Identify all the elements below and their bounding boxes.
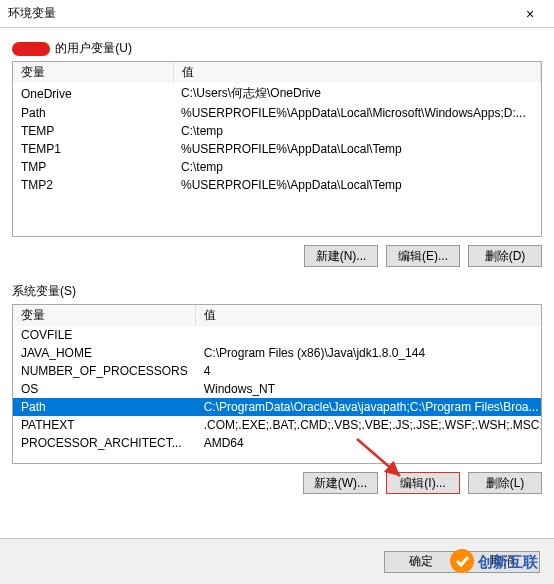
- table-row[interactable]: TEMP1%USERPROFILE%\AppData\Local\Temp: [13, 140, 541, 158]
- var-name: NUMBER_OF_PROCESSORS: [13, 362, 196, 380]
- table-row[interactable]: PROCESSOR_ARCHITECT...AMD64: [13, 434, 542, 452]
- var-value: C:\Program Files (x86)\Java\jdk1.8.0_144: [196, 344, 542, 362]
- var-value: .COM;.EXE;.BAT;.CMD;.VBS;.VBE;.JS;.JSE;.…: [196, 416, 542, 434]
- var-value: C:\temp: [173, 122, 541, 140]
- system-vars-group: 系统变量(S) 变量 值 COVFILEJAVA_HOMEC:\Program …: [12, 281, 542, 494]
- table-row[interactable]: PATHEXT.COM;.EXE;.BAT;.CMD;.VBS;.VBE;.JS…: [13, 416, 542, 434]
- var-value: C:\ProgramData\Oracle\Java\javapath;C:\P…: [196, 398, 542, 416]
- table-row[interactable]: COVFILE: [13, 326, 542, 344]
- table-row[interactable]: JAVA_HOMEC:\Program Files (x86)\Java\jdk…: [13, 344, 542, 362]
- dialog-footer: 确定 取消: [0, 538, 554, 584]
- table-row[interactable]: OneDriveC:\Users\何志煌\OneDrive: [13, 83, 541, 104]
- system-new-button[interactable]: 新建(W)...: [303, 472, 378, 494]
- titlebar: 环境变量 ×: [0, 0, 554, 28]
- user-vars-label: 的用户变量(U): [12, 40, 132, 57]
- cancel-button[interactable]: 取消: [466, 551, 540, 573]
- table-row[interactable]: TMPC:\temp: [13, 158, 541, 176]
- user-edit-button[interactable]: 编辑(E)...: [386, 245, 460, 267]
- col-name[interactable]: 变量: [13, 62, 173, 83]
- var-value: %USERPROFILE%\AppData\Local\Temp: [173, 140, 541, 158]
- col-value[interactable]: 值: [196, 305, 542, 326]
- window-title: 环境变量: [8, 5, 514, 22]
- ok-button[interactable]: 确定: [384, 551, 458, 573]
- user-new-button[interactable]: 新建(N)...: [304, 245, 378, 267]
- user-vars-group: 的用户变量(U) 变量 值 OneDriveC:\Users\何志煌\OneDr…: [12, 38, 542, 267]
- user-delete-button[interactable]: 删除(D): [468, 245, 542, 267]
- var-name: Path: [13, 104, 173, 122]
- user-vars-table[interactable]: 变量 值 OneDriveC:\Users\何志煌\OneDrivePath%U…: [12, 61, 542, 237]
- var-name: TEMP1: [13, 140, 173, 158]
- user-vars-label-text: 的用户变量(U): [55, 41, 132, 55]
- var-name: PROCESSOR_ARCHITECT...: [13, 434, 196, 452]
- var-value: %USERPROFILE%\AppData\Local\Microsoft\Wi…: [173, 104, 541, 122]
- table-row[interactable]: NUMBER_OF_PROCESSORS4: [13, 362, 542, 380]
- table-row[interactable]: OSWindows_NT: [13, 380, 542, 398]
- table-row[interactable]: TEMPC:\temp: [13, 122, 541, 140]
- var-value: C:\Users\何志煌\OneDrive: [173, 83, 541, 104]
- var-name: TMP2: [13, 176, 173, 194]
- var-name: JAVA_HOME: [13, 344, 196, 362]
- var-name: TEMP: [13, 122, 173, 140]
- system-vars-label: 系统变量(S): [12, 283, 76, 300]
- var-value: %USERPROFILE%\AppData\Local\Temp: [173, 176, 541, 194]
- system-delete-button[interactable]: 删除(L): [468, 472, 542, 494]
- table-row[interactable]: TMP2%USERPROFILE%\AppData\Local\Temp: [13, 176, 541, 194]
- var-name: TMP: [13, 158, 173, 176]
- close-icon[interactable]: ×: [514, 6, 546, 22]
- redacted-username: [12, 42, 50, 56]
- col-value[interactable]: 值: [173, 62, 541, 83]
- table-row[interactable]: Path%USERPROFILE%\AppData\Local\Microsof…: [13, 104, 541, 122]
- system-vars-table[interactable]: 变量 值 COVFILEJAVA_HOMEC:\Program Files (x…: [12, 304, 542, 464]
- var-value: 4: [196, 362, 542, 380]
- var-value: C:\temp: [173, 158, 541, 176]
- var-value: AMD64: [196, 434, 542, 452]
- col-name[interactable]: 变量: [13, 305, 196, 326]
- var-value: Windows_NT: [196, 380, 542, 398]
- var-name: OneDrive: [13, 83, 173, 104]
- table-row[interactable]: PathC:\ProgramData\Oracle\Java\javapath;…: [13, 398, 542, 416]
- var-name: OS: [13, 380, 196, 398]
- var-name: Path: [13, 398, 196, 416]
- var-name: PATHEXT: [13, 416, 196, 434]
- system-edit-button[interactable]: 编辑(I)...: [386, 472, 460, 494]
- var-value: [196, 326, 542, 344]
- var-name: COVFILE: [13, 326, 196, 344]
